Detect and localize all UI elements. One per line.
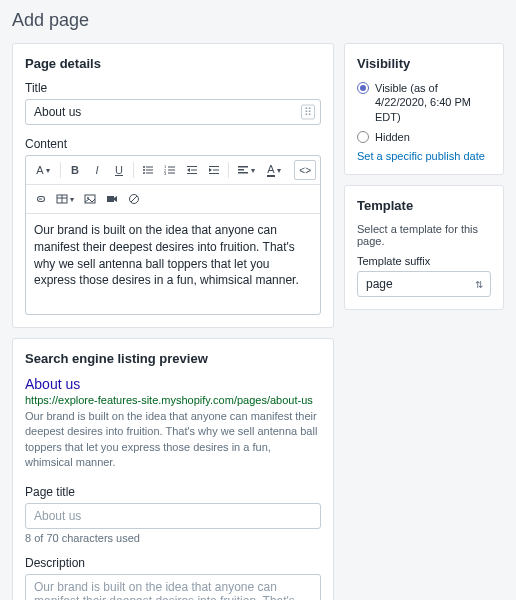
svg-text:3: 3 <box>164 171 167 176</box>
outdent-button[interactable] <box>182 160 202 180</box>
image-button[interactable] <box>80 189 100 209</box>
html-view-button[interactable]: <> <box>294 160 316 180</box>
seo-preview-description: Our brand is built on the idea that anyo… <box>25 409 321 471</box>
visible-label: Visible (as of 4/22/2020, 6:40 PM EDT) <box>375 81 491 124</box>
svg-rect-26 <box>85 195 95 203</box>
svg-rect-16 <box>209 166 219 167</box>
seo-card: Search engine listing preview About us h… <box>12 338 334 600</box>
dynamic-source-icon[interactable]: ⠿ <box>301 105 315 120</box>
svg-rect-12 <box>187 166 197 167</box>
svg-line-31 <box>131 196 137 202</box>
svg-rect-22 <box>238 172 248 174</box>
svg-rect-28 <box>107 196 114 202</box>
indent-button[interactable] <box>204 160 224 180</box>
title-label: Title <box>25 81 321 95</box>
page-title-helper: 8 of 70 characters used <box>25 532 321 544</box>
svg-rect-21 <box>238 169 244 171</box>
bullet-list-button[interactable] <box>138 160 158 180</box>
svg-rect-5 <box>146 173 153 174</box>
svg-marker-17 <box>209 168 212 172</box>
svg-rect-15 <box>187 173 197 174</box>
page-details-card: Page details Title ⠿ Content A ▾ B I U <box>12 43 334 328</box>
svg-rect-9 <box>168 170 175 171</box>
seo-preview-title: About us <box>25 376 321 392</box>
page-title-label: Page title <box>25 485 321 499</box>
svg-point-4 <box>143 172 145 174</box>
seo-card-title: Search engine listing preview <box>25 351 321 366</box>
svg-rect-3 <box>146 170 153 171</box>
seo-preview-url: https://explore-features-site.myshopify.… <box>25 394 321 406</box>
description-input[interactable] <box>25 574 321 600</box>
bold-button[interactable]: B <box>65 160 85 180</box>
italic-button[interactable]: I <box>87 160 107 180</box>
chevron-updown-icon: ⇅ <box>475 279 483 290</box>
clear-format-button[interactable] <box>124 189 144 209</box>
svg-rect-18 <box>213 170 219 171</box>
svg-rect-19 <box>209 173 219 174</box>
svg-rect-20 <box>238 166 248 168</box>
template-suffix-label: Template suffix <box>357 255 491 267</box>
visibility-visible-option[interactable]: Visible (as of 4/22/2020, 6:40 PM EDT) <box>357 81 491 124</box>
table-dropdown[interactable]: ▾ <box>52 189 78 209</box>
video-button[interactable] <box>102 189 122 209</box>
editor-toolbar-row1: A ▾ B I U 123 ▾ A▾ <> <box>26 156 320 185</box>
svg-rect-7 <box>168 167 175 168</box>
numbered-list-button[interactable]: 123 <box>160 160 180 180</box>
align-dropdown[interactable]: ▾ <box>233 160 259 180</box>
set-publish-date-link[interactable]: Set a specific publish date <box>357 150 491 162</box>
svg-point-0 <box>143 166 145 168</box>
page-details-title: Page details <box>25 56 321 71</box>
hidden-label: Hidden <box>375 130 410 144</box>
svg-rect-14 <box>191 170 197 171</box>
editor-toolbar-row2: ▾ <box>26 185 320 214</box>
description-label: Description <box>25 556 321 570</box>
radio-unchecked-icon <box>357 131 369 143</box>
svg-marker-13 <box>187 168 190 172</box>
content-label: Content <box>25 137 321 151</box>
template-title: Template <box>357 198 491 213</box>
content-editor[interactable]: Our brand is built on the idea that anyo… <box>26 214 320 314</box>
svg-point-2 <box>143 169 145 171</box>
svg-rect-1 <box>146 167 153 168</box>
visibility-title: Visibility <box>357 56 491 71</box>
page-title-input[interactable] <box>25 503 321 529</box>
visibility-card: Visibility Visible (as of 4/22/2020, 6:4… <box>344 43 504 175</box>
visibility-hidden-option[interactable]: Hidden <box>357 130 491 144</box>
underline-button[interactable]: U <box>109 160 129 180</box>
format-dropdown[interactable]: A ▾ <box>30 160 56 180</box>
title-input[interactable] <box>25 99 321 125</box>
radio-checked-icon <box>357 82 369 94</box>
page-heading: Add page <box>12 10 504 31</box>
link-button[interactable] <box>30 189 50 209</box>
template-card: Template Select a template for this page… <box>344 185 504 310</box>
svg-marker-29 <box>114 196 117 202</box>
text-color-dropdown[interactable]: A▾ <box>261 160 287 180</box>
template-suffix-select[interactable] <box>357 271 491 297</box>
svg-rect-11 <box>168 173 175 174</box>
template-helper: Select a template for this page. <box>357 223 491 247</box>
